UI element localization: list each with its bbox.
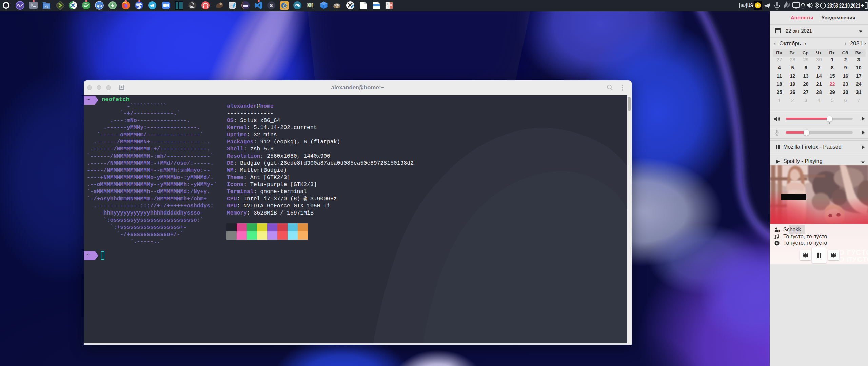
svg-text:i: i (778, 230, 779, 232)
svg-text:S: S (270, 3, 273, 8)
svg-text:23:53 22.10.2021: 23:53 22.10.2021 (827, 2, 860, 9)
svg-text:qb: qb (97, 3, 102, 8)
svg-text:US: US (747, 2, 753, 9)
